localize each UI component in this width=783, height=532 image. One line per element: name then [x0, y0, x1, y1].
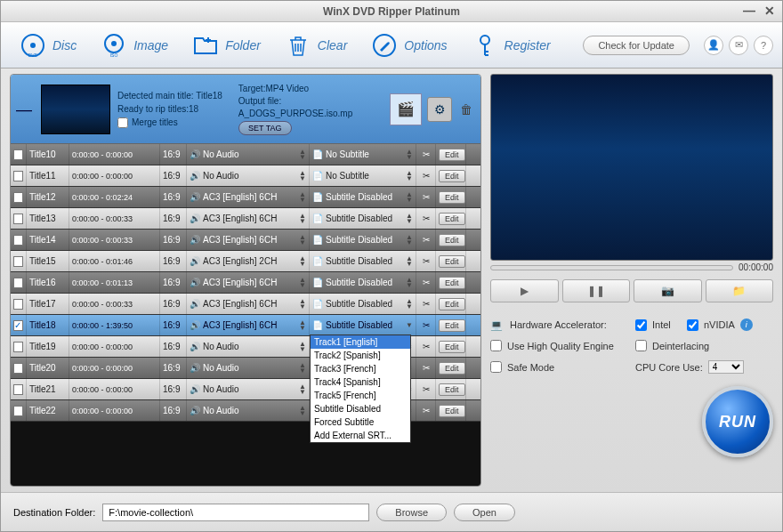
deint-checkbox[interactable] [635, 340, 647, 351]
edit-button[interactable]: Edit [439, 362, 465, 375]
edit-button[interactable]: Edit [439, 277, 465, 289]
run-button[interactable]: RUN [702, 386, 773, 457]
timeline-slider[interactable] [490, 265, 733, 270]
subtitle-select[interactable]: 📄 No Subtitle▲▼ [310, 165, 416, 186]
row-checkbox[interactable] [13, 278, 23, 288]
row-checkbox[interactable] [13, 149, 23, 160]
scissors-icon[interactable]: ✂ [416, 208, 436, 229]
title-row[interactable]: Title140:00:00 - 0:00:3316:9🔊 AC3 [Engli… [11, 230, 480, 251]
check-update-button[interactable]: Check for Update [583, 36, 690, 55]
subtitle-option[interactable]: Track3 [French] [311, 362, 410, 375]
subtitle-select[interactable]: 📄 Subtitle Disabled▲▼ [310, 251, 416, 271]
audio-select[interactable]: 🔊 No Audio▲▼ [187, 358, 310, 378]
subtitle-option[interactable]: Add External SRT... [311, 429, 410, 442]
scissors-icon[interactable]: ✂ [416, 315, 436, 335]
audio-select[interactable]: 🔊 No Audio▲▼ [187, 379, 310, 399]
audio-select[interactable]: 🔊 No Audio▲▼ [187, 336, 310, 357]
preview-play-icon[interactable]: 🎬 [390, 93, 422, 125]
hq-checkbox[interactable] [490, 340, 502, 351]
snapshot-button[interactable]: 📷 [634, 279, 702, 302]
audio-select[interactable]: 🔊 No Audio▲▼ [187, 400, 310, 421]
edit-button[interactable]: Edit [439, 298, 465, 310]
scissors-icon[interactable]: ✂ [416, 336, 436, 357]
minimize-button[interactable]: — [743, 4, 755, 18]
edit-button[interactable]: Edit [439, 191, 465, 204]
browse-button[interactable]: Browse [376, 504, 447, 521]
subtitle-select[interactable]: 📄 Subtitle Disabled▲▼ [310, 230, 416, 250]
merge-checkbox[interactable] [117, 117, 128, 128]
subtitle-select[interactable]: 📄 Subtitle Disabled▲▼ [310, 208, 416, 229]
edit-button[interactable]: Edit [439, 170, 465, 182]
pause-button[interactable]: ❚❚ [562, 279, 631, 302]
subtitle-option[interactable]: Track2 [Spanish] [311, 349, 410, 362]
audio-select[interactable]: 🔊 AC3 [English] 6CH▲▼ [187, 187, 310, 207]
title-row[interactable]: Title110:00:00 - 0:00:0016:9🔊 No Audio▲▼… [11, 165, 480, 187]
audio-select[interactable]: 🔊 AC3 [English] 6CH▲▼ [187, 230, 310, 250]
subtitle-select[interactable]: 📄 Subtitle Disabled▼Track1 [English]Trac… [310, 315, 416, 335]
set-tag-button[interactable]: SET TAG [238, 121, 292, 135]
scissors-icon[interactable]: ✂ [416, 272, 436, 293]
subtitle-option[interactable]: Subtitle Disabled [311, 402, 410, 415]
audio-select[interactable]: 🔊 No Audio▲▼ [187, 144, 310, 165]
nvidia-checkbox[interactable] [687, 319, 698, 331]
scissors-icon[interactable]: ✂ [416, 294, 436, 314]
edit-button[interactable]: Edit [439, 213, 465, 225]
row-checkbox[interactable] [13, 363, 23, 374]
row-checkbox[interactable] [13, 192, 23, 203]
scissors-icon[interactable]: ✂ [416, 144, 436, 165]
subtitle-select[interactable]: 📄 Subtitle Disabled▲▼ [310, 187, 416, 207]
audio-select[interactable]: 🔊 AC3 [English] 6CH▲▼ [187, 208, 310, 229]
row-checkbox[interactable] [13, 299, 23, 310]
row-checkbox[interactable] [13, 342, 23, 352]
open-folder-button[interactable]: 📁 [706, 279, 774, 302]
title-row[interactable]: Title170:00:00 - 0:00:3316:9🔊 AC3 [Engli… [11, 294, 480, 315]
row-checkbox[interactable] [13, 214, 23, 224]
account-icon[interactable]: 👤 [704, 36, 723, 55]
clear-button[interactable]: Clear [275, 28, 356, 63]
scissors-icon[interactable]: ✂ [416, 165, 436, 186]
row-checkbox[interactable] [13, 384, 23, 395]
close-button[interactable]: ✕ [764, 4, 775, 18]
title-row[interactable]: Title180:00:00 - 1:39:5016:9🔊 AC3 [Engli… [11, 315, 480, 336]
core-select[interactable]: 4 [708, 360, 744, 374]
subtitle-option[interactable]: Track5 [French] [311, 389, 410, 402]
audio-select[interactable]: 🔊 AC3 [English] 6CH▲▼ [187, 315, 310, 335]
edit-button[interactable]: Edit [439, 383, 465, 396]
subtitle-option[interactable]: Track4 [Spanish] [311, 375, 410, 389]
help-icon[interactable]: ? [754, 36, 773, 55]
mail-icon[interactable]: ✉ [729, 36, 748, 55]
image-button[interactable]: ISO Image [91, 28, 177, 63]
open-button[interactable]: Open [454, 504, 515, 521]
options-button[interactable]: Options [361, 28, 456, 63]
subtitle-option[interactable]: Track1 [English] [311, 335, 410, 349]
audio-select[interactable]: 🔊 No Audio▲▼ [187, 165, 310, 186]
subtitle-option[interactable]: Forced Subtitle [311, 415, 410, 429]
intel-checkbox[interactable] [635, 319, 647, 331]
dest-path-input[interactable] [102, 504, 369, 521]
edit-button[interactable]: Edit [439, 234, 465, 246]
title-row[interactable]: Title160:00:00 - 0:01:1316:9🔊 AC3 [Engli… [11, 272, 480, 294]
settings-gear-icon[interactable]: ⚙ [427, 97, 452, 122]
title-row[interactable]: Title150:00:00 - 0:01:4616:9🔊 AC3 [Engli… [11, 251, 480, 272]
subtitle-select[interactable]: 📄 No Subtitle▲▼ [310, 144, 416, 165]
collapse-button[interactable]: — [16, 101, 34, 118]
row-checkbox[interactable] [13, 406, 23, 416]
row-checkbox[interactable] [13, 256, 23, 267]
scissors-icon[interactable]: ✂ [416, 358, 436, 378]
scissors-icon[interactable]: ✂ [416, 379, 436, 399]
folder-button[interactable]: Folder [182, 28, 270, 63]
row-checkbox[interactable] [13, 235, 23, 246]
scissors-icon[interactable]: ✂ [416, 251, 436, 271]
scissors-icon[interactable]: ✂ [416, 400, 436, 421]
info-icon[interactable]: i [740, 318, 753, 331]
row-checkbox[interactable] [13, 171, 23, 181]
play-button[interactable]: ▶ [490, 279, 559, 302]
title-row[interactable]: Title120:00:00 - 0:02:2416:9🔊 AC3 [Engli… [11, 187, 480, 208]
title-row[interactable]: Title100:00:00 - 0:00:0016:9🔊 No Audio▲▼… [11, 144, 480, 165]
edit-button[interactable]: Edit [439, 319, 465, 332]
audio-select[interactable]: 🔊 AC3 [English] 2CH▲▼ [187, 251, 310, 271]
delete-icon[interactable]: 🗑 [457, 101, 475, 118]
title-row[interactable]: Title130:00:00 - 0:00:3316:9🔊 AC3 [Engli… [11, 208, 480, 230]
edit-button[interactable]: Edit [439, 255, 465, 268]
scissors-icon[interactable]: ✂ [416, 187, 436, 207]
